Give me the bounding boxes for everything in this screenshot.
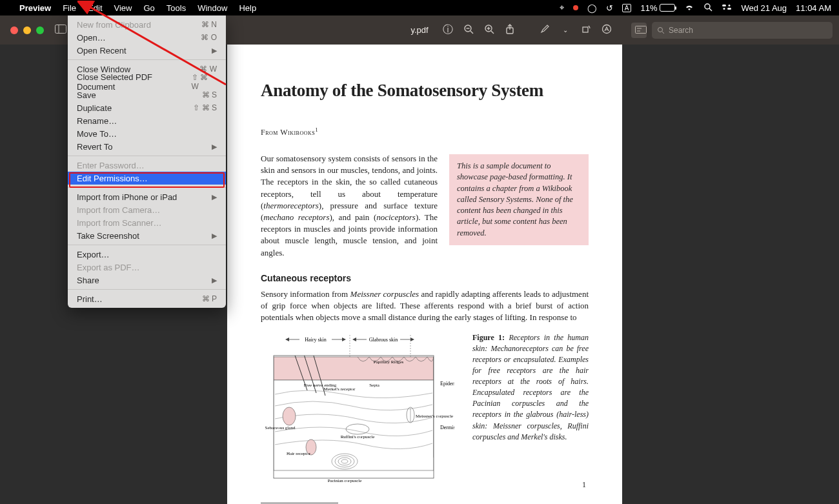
- svg-text:Septa: Septa: [369, 383, 379, 388]
- page-number: 1: [582, 480, 586, 490]
- svg-marker-39: [434, 357, 447, 384]
- spotlight-icon[interactable]: [703, 3, 713, 14]
- skin-diagram: Hairy skin Glabrous skin: [261, 332, 454, 491]
- svg-text:Sebaceous gland: Sebaceous gland: [265, 425, 296, 430]
- time-machine-icon[interactable]: ↺: [606, 3, 613, 13]
- menu-item-label: Open Recent: [77, 46, 126, 55]
- file-menu-item: Export as PDF…: [68, 261, 226, 274]
- info-icon[interactable]: ⓘ: [440, 23, 456, 37]
- menubar: Preview File Edit View Go Tools Window H…: [0, 0, 839, 15]
- pdf-page: Anatomy of the Somatosensory System From…: [227, 45, 622, 504]
- menu-item-label: Export…: [77, 250, 110, 259]
- file-menu-item[interactable]: Revert To▶: [68, 140, 226, 153]
- file-menu-item[interactable]: Open Recent▶: [68, 44, 226, 57]
- menu-go[interactable]: Go: [143, 3, 154, 13]
- menu-item-shortcut: ⌘ S: [202, 90, 217, 99]
- file-menu-item[interactable]: Close Selected PDF Document⇧ ⌘ W: [68, 76, 226, 88]
- form-fill-icon[interactable]: [631, 23, 647, 38]
- svg-marker-31: [352, 338, 356, 341]
- window-zoom-button[interactable]: [36, 26, 44, 34]
- file-menu-item[interactable]: Import from iPhone or iPad▶: [68, 190, 226, 203]
- svg-point-4: [729, 5, 731, 6]
- window-minimize-button[interactable]: [23, 26, 31, 34]
- source-line: From Wikibooks1: [261, 126, 589, 137]
- markup-icon[interactable]: [599, 24, 614, 37]
- menu-item-label: Close Selected PDF Document: [77, 72, 192, 92]
- menu-tools[interactable]: Tools: [167, 3, 186, 13]
- figure-caption: Figure 1: Receptors in the human skin: M…: [472, 332, 589, 442]
- svg-point-5: [723, 8, 725, 10]
- menu-view[interactable]: View: [114, 3, 132, 13]
- page-title: Anatomy of the Somatosensory System: [261, 81, 589, 101]
- svg-point-21: [658, 27, 663, 32]
- submenu-chevron-icon: ▶: [212, 46, 217, 55]
- menu-edit[interactable]: Edit: [88, 3, 102, 13]
- recording-indicator-icon[interactable]: [573, 5, 578, 10]
- file-menu-item[interactable]: Take Screenshot▶: [68, 229, 226, 242]
- search-field[interactable]: Search: [652, 22, 833, 39]
- svg-rect-18: [636, 26, 647, 33]
- footnote-rule: [261, 503, 338, 503]
- menu-file[interactable]: File: [63, 3, 76, 13]
- status-icon-1[interactable]: ⌖: [560, 3, 564, 13]
- menu-item-shortcut: ⌘ W: [199, 65, 217, 74]
- sidebar-toggle-icon[interactable]: [53, 25, 68, 36]
- submenu-chevron-icon: ▶: [212, 143, 217, 151]
- svg-point-0: [705, 4, 710, 9]
- file-menu-item[interactable]: Duplicate⇧ ⌘ S: [68, 101, 226, 114]
- input-source-indicator[interactable]: A: [622, 4, 632, 12]
- battery-icon: [660, 4, 675, 12]
- zoom-out-icon[interactable]: [461, 24, 476, 37]
- svg-text:Papillary Ridges: Papillary Ridges: [374, 359, 404, 365]
- file-menu-item: Import from Camera…: [68, 203, 226, 216]
- document-title: y.pdf: [410, 25, 428, 35]
- menu-item-shortcut: ⌘ N: [201, 20, 217, 29]
- svg-text:Epidermis: Epidermis: [440, 381, 454, 387]
- menu-item-label: Edit Permissions…: [77, 174, 148, 183]
- menu-item-label: Export as PDF…: [77, 263, 140, 272]
- menubar-time[interactable]: 11:04 AM: [796, 3, 831, 13]
- svg-text:Pacinian corpuscle: Pacinian corpuscle: [328, 478, 362, 483]
- menubar-date[interactable]: Wed 21 Aug: [741, 3, 787, 13]
- file-menu-item[interactable]: Print…⌘ P: [68, 292, 226, 305]
- menu-item-label: Enter Password…: [77, 161, 145, 170]
- section-heading: Cutaneous receptors: [261, 273, 589, 283]
- svg-text:Merkel's receptor: Merkel's receptor: [324, 387, 356, 392]
- submenu-chevron-icon: ▶: [212, 193, 217, 201]
- file-menu-item[interactable]: Move To…: [68, 127, 226, 140]
- battery-status[interactable]: 11%: [640, 3, 675, 13]
- control-center-icon[interactable]: [722, 3, 732, 13]
- highlight-icon[interactable]: [537, 24, 552, 37]
- file-menu-item[interactable]: Open…⌘ O: [68, 31, 226, 44]
- menu-item-label: Save: [77, 90, 96, 100]
- menu-item-label: New from Clipboard: [77, 20, 151, 30]
- highlight-mode-chevron-icon[interactable]: ⌄: [558, 26, 573, 34]
- submenu-chevron-icon: ▶: [212, 232, 217, 240]
- window-close-button[interactable]: [10, 26, 18, 34]
- menu-item-label: Open…: [77, 33, 106, 43]
- app-name-menu[interactable]: Preview: [19, 3, 51, 13]
- svg-rect-6: [56, 25, 66, 33]
- submenu-chevron-icon: ▶: [212, 276, 217, 285]
- file-menu-item[interactable]: Share▶: [68, 274, 226, 287]
- share-icon[interactable]: [502, 24, 518, 37]
- svg-marker-33: [410, 338, 414, 341]
- zoom-in-icon[interactable]: [481, 24, 497, 37]
- rotate-icon[interactable]: [578, 24, 594, 37]
- file-menu-item[interactable]: Rename…: [68, 114, 226, 127]
- svg-text:Hair receptor: Hair receptor: [287, 451, 311, 456]
- status-icon-shield[interactable]: ◯: [587, 3, 597, 13]
- svg-text:Glabrous skin: Glabrous skin: [369, 337, 398, 343]
- menu-help[interactable]: Help: [239, 3, 256, 13]
- wifi-icon[interactable]: [684, 3, 694, 13]
- file-menu-item[interactable]: Edit Permissions…: [68, 172, 226, 185]
- svg-rect-37: [274, 380, 434, 470]
- svg-text:Ruffini's corpuscle: Ruffini's corpuscle: [341, 434, 375, 439]
- window-controls: [0, 26, 44, 34]
- search-placeholder: Search: [669, 26, 693, 35]
- menu-window[interactable]: Window: [197, 3, 227, 13]
- menu-item-shortcut: ⌘ O: [201, 33, 217, 42]
- svg-line-1: [709, 8, 712, 11]
- file-menu-item[interactable]: Export…: [68, 248, 226, 261]
- menu-item-label: Revert To: [77, 142, 112, 152]
